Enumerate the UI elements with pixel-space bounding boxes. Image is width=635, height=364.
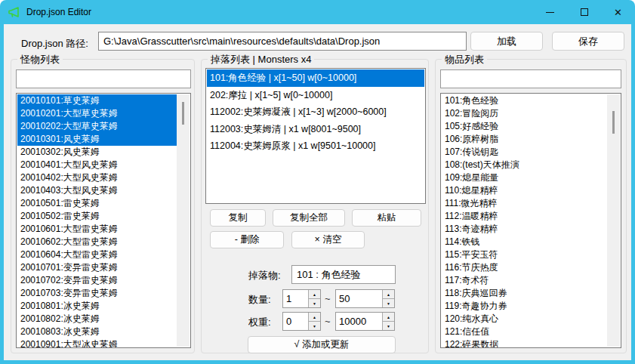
drop-panel: 掉落列表 | Monsters x4 101:角色经验 | x[1~50] w[… [201,59,429,353]
spin-up-icon[interactable]: ▲ [383,290,394,299]
list-item[interactable]: 102:冒险阅历 [442,107,607,120]
monster-listbox[interactable]: 20010101:草史莱姆20010201:大型草史莱姆20010202:大型草… [16,93,191,348]
weight-min-value[interactable]: 0 [283,313,308,330]
list-item[interactable]: 112002:史莱姆凝液 | x[1~3] w[2000~6000] [207,103,424,121]
item-list: 101:角色经验102:冒险阅历105:好感经验106:原粹树脂107:传说钥匙… [442,94,607,347]
list-item[interactable]: 111:微光精粹 [442,197,607,210]
list-item[interactable]: 20010801:冰史莱姆 [17,300,177,313]
spin-down-icon[interactable]: ▼ [383,299,394,307]
list-item[interactable]: 108:(test)天体推演 [442,159,607,171]
titlebar: Drop.json Editor ✕ [0,0,635,24]
list-item[interactable]: 20010703:变异雷史莱姆 [17,287,177,300]
paste-button[interactable]: 粘贴 [352,209,421,227]
save-button[interactable]: 保存 [552,32,624,51]
list-item[interactable]: 20010601:大型雷史莱姆 [17,223,177,236]
item-panel-title: 物品列表 [442,53,487,66]
list-item[interactable]: 122:碎果数据 [442,338,607,348]
add-or-update-button[interactable]: √ 添加或更新 [248,336,396,353]
list-item[interactable]: 20010702:变异雷史莱姆 [17,274,177,287]
list-item[interactable]: 115:平安玉符 [442,248,607,261]
app-window: Drop.json Editor ✕ Drop.json 路径: 加载 保存 怪… [0,0,635,364]
list-item[interactable]: 114:铁钱 [442,236,607,248]
list-item[interactable]: 20010401:大型风史莱姆 [17,159,177,171]
drop-panel-title: 掉落列表 | Monsters x4 [208,53,314,66]
spin-down-icon[interactable]: ▼ [309,299,320,307]
list-item[interactable]: 20010101:草史莱姆 [17,94,177,107]
list-item[interactable]: 20010803:冰史莱姆 [17,325,177,338]
list-item[interactable]: 20010403:大型风史莱姆 [17,184,177,197]
megaphone-app-icon [7,5,20,19]
list-item[interactable]: 20010402:大型风史莱姆 [17,171,177,184]
list-item[interactable]: 20010602:大型雷史莱姆 [17,236,177,248]
list-item[interactable]: 107:传说钥匙 [442,146,607,159]
scrollbar-thumb[interactable] [612,111,615,134]
spin-up-icon[interactable]: ▲ [383,313,394,322]
weight-min-stepper[interactable]: 0 ▲▼ [282,312,321,331]
path-label: Drop.json 路径: [21,37,88,51]
list-item[interactable]: 113:奇迹精粹 [442,223,607,236]
list-item[interactable]: 20010302:风史莱姆 [17,146,177,159]
list-item[interactable]: 112003:史莱姆清 | x1 w[8001~9500] [207,121,424,138]
list-item[interactable]: 20010501:雷史莱姆 [17,197,177,210]
scrollbar-thumb[interactable] [182,102,184,125]
list-item[interactable]: 101:角色经验 | x[1~50] w[0~10000] [207,69,424,87]
list-item[interactable]: 101:角色经验 [442,94,607,107]
monster-list-scrollbar[interactable] [177,94,190,347]
count-max-value[interactable]: 50 [336,290,382,307]
list-item[interactable]: 20010701:变异雷史莱姆 [17,261,177,274]
monster-list: 20010101:草史莱姆20010201:大型草史莱姆20010202:大型草… [17,94,177,347]
list-item[interactable]: 109:熄星能量 [442,171,607,184]
list-item[interactable]: 117:奇术符 [442,274,607,287]
list-item[interactable]: 112:温暖精粹 [442,210,607,223]
clear-button[interactable]: × 清空 [291,231,365,248]
list-item[interactable]: 110:熄星精粹 [442,184,607,197]
minimize-button[interactable] [533,0,567,24]
list-item[interactable]: 119:奇趣协力券 [442,300,607,313]
count-min-stepper[interactable]: 1 ▲▼ [282,289,321,308]
copy-all-button[interactable]: 复制全部 [273,209,345,227]
count-min-value[interactable]: 1 [283,290,308,307]
count-max-stepper[interactable]: 50 ▲▼ [335,289,395,308]
list-item[interactable]: 20010202:大型草史莱姆 [17,120,177,133]
list-item[interactable]: 105:好感经验 [442,120,607,133]
list-item[interactable]: 20010502:雷史莱姆 [17,210,177,223]
item-filter-input[interactable] [440,69,621,88]
list-item[interactable]: 20010604:大型雷史莱姆 [17,248,177,261]
list-item[interactable]: 20010201:大型草史莱姆 [17,107,177,120]
delete-button[interactable]: - 删除 [210,231,284,248]
list-item[interactable]: 20010802:冰史莱姆 [17,313,177,325]
load-button[interactable]: 加载 [470,32,543,51]
monster-filter-input[interactable] [16,69,191,88]
count-label: 数量: [248,293,271,307]
list-item[interactable]: 121:信任值 [442,325,607,338]
drop-item-label: 掉落物: [248,269,281,282]
maximize-button[interactable] [567,0,601,24]
weight-label: 权重: [248,316,271,329]
spin-down-icon[interactable]: ▼ [309,322,320,330]
drop-listbox[interactable]: 101:角色经验 | x[1~50] w[0~10000]202:摩拉 | x[… [205,68,426,204]
monster-panel: 怪物列表 20010101:草史莱姆20010201:大型草史莱姆2001020… [11,59,195,353]
list-item[interactable]: 20010301:风史莱姆 [17,133,177,146]
list-item[interactable]: 118:庆典巡回券 [442,287,607,300]
list-item[interactable]: 20010901:大型冰史莱姆 [17,338,177,348]
close-button[interactable]: ✕ [601,0,635,24]
item-listbox[interactable]: 101:角色经验102:冒险阅历105:好感经验106:原粹树脂107:传说钥匙… [440,93,621,348]
list-item[interactable]: 120:纯水真心 [442,313,607,325]
list-item[interactable]: 116:节庆热度 [442,261,607,274]
list-item[interactable]: 112004:史莱姆原浆 | x1 w[9501~10000] [207,137,424,155]
path-input[interactable] [98,32,467,51]
list-item[interactable]: 106:原粹树脂 [442,133,607,146]
drop-list: 101:角色经验 | x[1~50] w[0~10000]202:摩拉 | x[… [207,69,424,202]
spin-down-icon[interactable]: ▼ [383,322,394,330]
spin-up-icon[interactable]: ▲ [309,290,320,299]
copy-button[interactable]: 复制 [210,209,266,227]
count-range-tilde: ~ [325,293,331,304]
item-panel: 物品列表 101:角色经验102:冒险阅历105:好感经验106:原粹树脂107… [435,59,627,353]
spin-up-icon[interactable]: ▲ [309,313,320,322]
weight-max-value[interactable]: 10000 [336,313,382,330]
list-item[interactable]: 202:摩拉 | x[1~5] w[0~10000] [207,87,424,104]
weight-max-stepper[interactable]: 10000 ▲▼ [335,312,395,331]
drop-item-input[interactable] [291,265,396,284]
window-title: Drop.json Editor [26,7,91,17]
item-list-scrollbar[interactable] [607,94,620,347]
